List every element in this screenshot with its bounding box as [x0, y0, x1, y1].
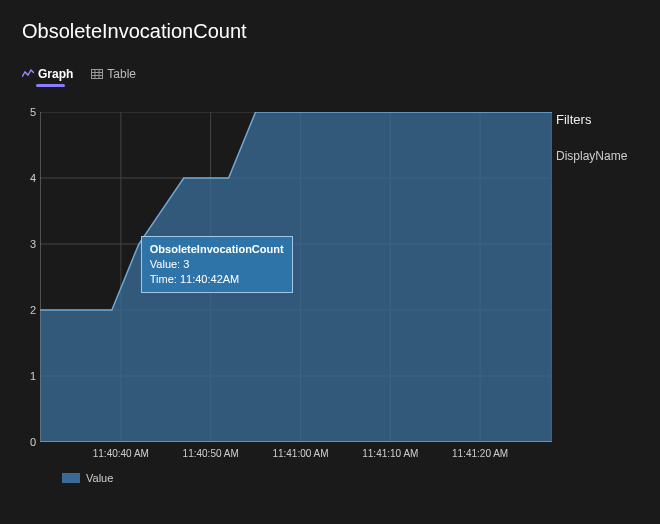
graph-icon [22, 69, 34, 79]
tab-graph[interactable]: Graph [22, 67, 73, 81]
chart: 012345 ObsoleteInvocationCount Value: 3 … [22, 112, 552, 492]
tab-table[interactable]: Table [91, 67, 136, 81]
svg-rect-0 [92, 70, 103, 79]
y-tick-label: 0 [30, 436, 36, 448]
y-tick-label: 2 [30, 304, 36, 316]
filters-panel: Filters DisplayName [556, 112, 660, 163]
table-icon [91, 69, 103, 79]
y-tick-label: 1 [30, 370, 36, 382]
y-tick-label: 3 [30, 238, 36, 250]
chart-plot[interactable]: ObsoleteInvocationCount Value: 3 Time: 1… [40, 112, 552, 442]
tabs: Graph Table [0, 43, 660, 81]
y-tick-label: 5 [30, 106, 36, 118]
tab-graph-label: Graph [38, 67, 73, 81]
x-tick-label: 11:41:00 AM [272, 448, 328, 459]
y-tick-label: 4 [30, 172, 36, 184]
x-tick-label: 11:40:40 AM [93, 448, 149, 459]
x-tick-label: 11:40:50 AM [183, 448, 239, 459]
legend-swatch [62, 473, 80, 483]
chart-legend: Value [62, 472, 113, 484]
x-tick-label: 11:41:20 AM [452, 448, 508, 459]
filters-title: Filters [556, 112, 660, 127]
filter-item-displayname[interactable]: DisplayName [556, 149, 660, 163]
tab-table-label: Table [107, 67, 136, 81]
x-tick-label: 11:41:10 AM [362, 448, 418, 459]
page-title: ObsoleteInvocationCount [0, 0, 660, 43]
legend-label: Value [86, 472, 113, 484]
